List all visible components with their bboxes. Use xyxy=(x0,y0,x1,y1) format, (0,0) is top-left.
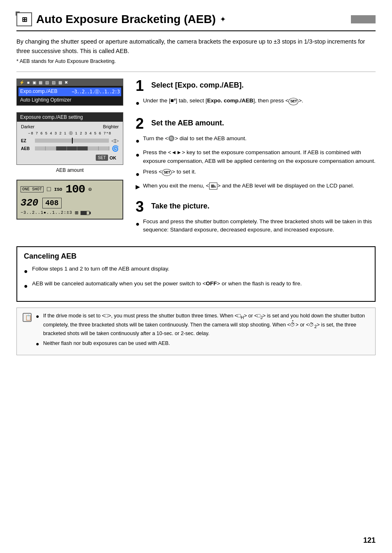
bullet-dot-1: ● xyxy=(136,98,141,108)
lcd-drive-icon: □ xyxy=(47,186,51,193)
menu-tab-icons: ⚡ ■ ▣ ▦ ▧ ▨ ▩ ✖ xyxy=(19,80,69,85)
lcd-panel: ONE SHOT □ ISO 100 ⊙ 320 408 −3..2..1●..… xyxy=(16,180,123,220)
note-bullet-2: ● xyxy=(36,340,41,348)
step-2-block: 2 Set the AEB amount. ● Turn the <🔘> dia… xyxy=(136,116,376,191)
step-2-bullet-1-text: Turn the <🔘> dial to set the AEB amount. xyxy=(143,134,247,143)
main-content-grid: ⚡ ■ ▣ ▦ ▧ ▨ ▩ ✖ Expo.comp./AEB −3..2..1.… xyxy=(16,79,376,242)
lcd-shutter-value: 320 xyxy=(21,197,38,208)
exp-bar-label-ez: EZ xyxy=(21,139,32,143)
step-2-bullet-2: ● Press the <◄►> key to set the exposure… xyxy=(136,148,376,165)
btn-ok: OK xyxy=(110,155,117,160)
step-1-bullets: ● Under the [■²] tab, select [Expo. comp… xyxy=(136,97,376,108)
exp-bar-track-aeb xyxy=(35,146,109,150)
wind-icon: 🌀 xyxy=(112,145,119,152)
step-3-bullets: ● Focus and press the shutter button com… xyxy=(136,217,376,234)
note-icon: 📋 xyxy=(23,313,32,351)
btn-set: SET xyxy=(96,155,108,161)
page-number: 121 xyxy=(363,536,376,545)
step-3-number: 3 xyxy=(136,199,148,214)
note-content: ● If the drive mode is set to <□>, you m… xyxy=(36,312,369,351)
step-2-bullet-4: ▶ When you exit the menu, <⊞₁> and the A… xyxy=(136,182,376,191)
page-title: Auto Exposure Bracketing (AEB) xyxy=(36,13,216,26)
exp-label-brighter: Brighter xyxy=(103,124,119,129)
step-2-title: Set the AEB amount. xyxy=(151,116,224,128)
menu-top-bar: ⚡ ■ ▣ ▦ ▧ ▨ ▩ ✖ xyxy=(17,79,123,86)
note-item-1: ● If the drive mode is set to <□>, you m… xyxy=(36,312,369,337)
step-2-header: 2 Set the AEB amount. xyxy=(136,116,376,131)
bullet-dot-2-3: ● xyxy=(136,169,141,179)
step-2-bullet-3-text: Press <SET> to set it. xyxy=(143,168,196,176)
exp-bar-indicator-ez xyxy=(72,138,73,143)
lcd-battery xyxy=(81,211,90,215)
step-1-header: 1 Select [Expo. comp./AEB]. xyxy=(136,79,376,93)
menu-row-ali: Auto Lighting Optimizer xyxy=(20,96,120,104)
lcd-mid-row: 320 408 xyxy=(21,197,119,208)
exp-labels: Darker Brighter xyxy=(21,124,119,129)
section-divider xyxy=(16,72,376,72)
cancel-bullet-1-text: Follow steps 1 and 2 to turn off the AEB… xyxy=(32,265,169,273)
lcd-bottom-row: −3..2..1●..1..2:±3 ⊞ xyxy=(21,209,119,216)
lcd-iso-value: 100 xyxy=(65,183,85,196)
exp-bar-track-ez xyxy=(35,139,109,143)
step-1-block: 1 Select [Expo. comp./AEB]. ● Under the … xyxy=(136,79,376,108)
exp-scale-numbers: −8 7 6 5 4 3 2 1 ⓪ 1 2 3 4 5 6 7*8 xyxy=(21,131,119,136)
intro-footnote: * AEB stands for Auto Exposure Bracketin… xyxy=(16,58,376,64)
lcd-top-row: ONE SHOT □ ISO 100 ⊙ xyxy=(21,183,119,196)
note-item-1-text: If the drive mode is set to <□>, you mus… xyxy=(43,312,369,337)
menu-item-expo-value: −3..2..1.⓪..1..2:3 xyxy=(71,88,120,95)
cancel-bullet-2: ● AEB will be canceled automatically whe… xyxy=(24,280,368,291)
note-bullet-1: ● xyxy=(36,312,41,321)
aeb-seg-4 xyxy=(67,146,78,150)
step-2-bullet-4-text: When you exit the menu, <⊞₁> and the AEB… xyxy=(143,182,354,190)
note-box: 📋 ● If the drive mode is set to <□>, you… xyxy=(16,308,376,355)
step-3-bullet-1: ● Focus and press the shutter button com… xyxy=(136,217,376,234)
lcd-one-shot-label: ONE SHOT xyxy=(21,186,44,192)
aeb-amount-label: AEB amount xyxy=(16,167,123,173)
step-2-bullet-3: ● Press <SET> to set it. xyxy=(136,168,376,179)
exp-label-darker: Darker xyxy=(21,124,35,129)
lcd-iso-label: ISO xyxy=(54,187,62,192)
menu-item-ali-label: Auto Lighting Optimizer xyxy=(20,97,71,103)
page-title-section: ⊞ Auto Exposure Bracketing (AEB) ✦ xyxy=(16,12,376,31)
exp-footer: SET OK xyxy=(21,153,119,162)
cancel-bullet-2-text: AEB will be canceled automatically when … xyxy=(32,280,302,288)
step-3-block: 3 Take the picture. ● Focus and press th… xyxy=(136,199,376,234)
color-bar xyxy=(351,15,376,23)
aeb-seg-6 xyxy=(88,146,99,150)
aeb-seg-2 xyxy=(46,146,56,150)
step-1-bullet-1: ● Under the [■²] tab, select [Expo. comp… xyxy=(136,97,376,108)
lcd-aeb-icon: ⊞ xyxy=(75,209,78,216)
right-column: 1 Select [Expo. comp./AEB]. ● Under the … xyxy=(131,79,376,242)
menu-row-expo: Expo.comp./AEB −3..2..1.⓪..1..2:3 xyxy=(18,88,121,96)
exp-body: Darker Brighter −8 7 6 5 4 3 2 1 ⓪ 1 2 3… xyxy=(17,122,123,164)
aeb-segments xyxy=(35,146,109,150)
bullet-dot-2-2: ● xyxy=(136,150,141,160)
exp-bar-label-aeb: AEB xyxy=(21,146,32,151)
exp-arrow-right: ◁▷ xyxy=(111,138,119,143)
canceling-section: Canceling AEB ● Follow steps 1 and 2 to … xyxy=(16,246,376,302)
star-icon: ✦ xyxy=(220,15,226,24)
note-item-2-text: Neither flash nor bulb exposures can be … xyxy=(43,340,170,347)
aeb-seg-1 xyxy=(35,146,46,150)
exp-bar-row-ez: EZ ◁▷ xyxy=(21,138,119,143)
step-2-bullet-1: ● Turn the <🔘> dial to set the AEB amoun… xyxy=(136,134,376,146)
intro-body: By changing the shutter speed or apertur… xyxy=(16,37,376,56)
svg-text:📋: 📋 xyxy=(25,314,32,321)
bullet-dot-3-1: ● xyxy=(136,219,141,229)
menu-body: Expo.comp./AEB −3..2..1.⓪..1..2:3 Auto L… xyxy=(17,86,123,105)
step-3-bullet-1-text: Focus and press the shutter button compl… xyxy=(143,217,376,234)
left-column: ⚡ ■ ▣ ▦ ▧ ▨ ▩ ✖ Expo.comp./AEB −3..2..1.… xyxy=(16,79,131,242)
menu-screenshot: ⚡ ■ ▣ ▦ ▧ ▨ ▩ ✖ Expo.comp./AEB −3..2..1.… xyxy=(16,79,123,106)
aeb-seg-3 xyxy=(56,146,67,150)
title-icon: ⊞ xyxy=(16,12,32,26)
exposure-screenshot: Exposure comp./AEB setting Darker Bright… xyxy=(16,112,123,165)
lcd-aperture-value: 408 xyxy=(42,198,61,208)
bullet-arrow-2-4: ▶ xyxy=(136,183,141,191)
lcd-mode-icon: ⊙ xyxy=(88,186,92,193)
step-2-bullets: ● Turn the <🔘> dial to set the AEB amoun… xyxy=(136,134,376,191)
lcd-scale: −3..2..1●..1..2:±3 xyxy=(21,211,72,215)
exp-bar-row-aeb: AEB 🌀 xyxy=(21,145,119,152)
cancel-bullet-dot-1: ● xyxy=(24,266,29,276)
step-1-number: 1 xyxy=(136,79,148,93)
lcd-battery-fill xyxy=(81,211,87,215)
